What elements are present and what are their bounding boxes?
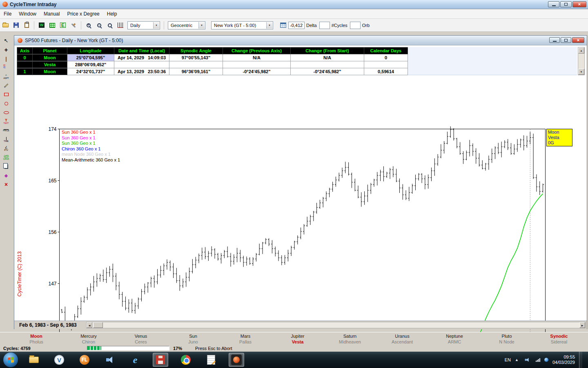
ptv-tool[interactable]: ∠PTV [1,144,11,153]
price-level-tool[interactable]: PRICE [1,126,11,135]
restore-button[interactable] [560,1,572,7]
child-restore-button[interactable] [561,37,571,43]
open-button[interactable] [0,20,10,30]
titlebar: CycleTimer Intraday × [0,0,588,9]
cell-axis[interactable]: 1 [17,68,33,75]
gann-fan-tool[interactable]: GANN [1,153,11,162]
cell-synodic: 96°36'09,161" [169,68,223,75]
cell-change-prev [223,61,291,68]
tray-bluetooth-icon[interactable] [544,358,548,362]
taskbar-explorer[interactable] [26,353,42,367]
language-indicator[interactable]: EN [505,357,511,362]
child-close-button[interactable]: × [572,37,584,43]
scroll-up-button[interactable]: ▲ [578,47,584,54]
planet-col-sun[interactable]: SunJuno [167,332,219,345]
close-button[interactable]: × [572,1,586,7]
media-player-icon: V [54,355,64,365]
scroll-down-button[interactable]: ▼ [578,69,584,75]
orb-input[interactable] [350,22,361,29]
location-dropdown[interactable]: New York (GT - 5:00) ▼ [211,21,273,29]
cell-axis[interactable] [17,61,33,68]
coord-system-dropdown[interactable]: Geocentric ▼ [168,21,205,29]
vertical-line-tool[interactable]: | [1,54,11,63]
aspect-tool[interactable]: ^ASPT [1,72,11,81]
tray-clock[interactable]: 09:55 04/03/2029 [552,355,575,365]
zoom-in-button[interactable] [84,20,94,30]
table-scrollbar[interactable]: ▲ ▼ [578,47,585,75]
calendar-button[interactable] [278,20,288,30]
crosshair-tool[interactable]: + [1,45,11,54]
planet-col-neptune[interactable]: NeptuneARMC [428,332,481,345]
paste-button[interactable] [22,20,31,30]
pencil-tool[interactable] [1,81,11,90]
chart-horizontal-scrollbar[interactable]: ◀ ▶ [86,322,586,328]
diamond-tool[interactable]: ◆ [1,171,11,180]
planet-col-synodic[interactable]: SynodicSidereal [533,332,585,345]
child-minimize-button[interactable] [549,37,560,43]
taskbar-audio-studio[interactable]: FL [77,353,92,367]
planet-col-uranus[interactable]: UranusAscendant [376,332,428,345]
taskbar-save-session[interactable] [153,353,168,367]
cell-longitude[interactable]: 24°32'01,737" [67,68,114,75]
taskbar-chrome[interactable] [178,353,194,367]
scroll-left-button[interactable]: ◀ [87,322,92,328]
rectangle-tool[interactable] [1,90,11,99]
planet-col-moon[interactable]: MoonPholus [10,332,62,345]
copy-tool[interactable] [1,162,11,171]
planet-col-pluto[interactable]: PlutoN Node [481,332,533,345]
cell-planet[interactable]: Moon [33,68,67,75]
price-bars-button[interactable] [116,20,125,30]
start-button[interactable] [3,352,18,367]
cell-planet[interactable]: Vesta [33,61,67,68]
menu-file[interactable]: File [0,10,15,18]
overlay-line: Vesta [548,135,571,140]
tray-volume-icon[interactable] [524,357,530,362]
text-tool[interactable]: TTEXT [1,117,11,126]
zoom-out-button[interactable] [94,20,104,30]
delta-input[interactable] [288,22,305,29]
svg-text:165: 165 [48,178,56,184]
zoom-area-button[interactable] [105,20,115,30]
taskbar-volume-mixer[interactable] [102,353,118,367]
export-excel-button[interactable]: E [58,20,68,30]
cell-planet[interactable]: Moon [33,54,67,61]
taskbar-internet-explorer[interactable]: e [127,353,143,367]
scrollbar-thumb[interactable] [93,322,103,328]
cell-longitude[interactable]: 25°07'04,595" [67,54,114,61]
planet-col-mars[interactable]: MarsPallas [219,332,272,345]
planet-col-mercury[interactable]: MercuryChiron [62,332,115,345]
data-grid-button[interactable] [47,20,57,30]
planet-col-saturn[interactable]: SaturnMidheaven [324,332,376,345]
tray-network-icon[interactable] [536,358,540,362]
menu-help[interactable]: Help [103,10,121,18]
circle-tool[interactable] [1,99,11,108]
tray-expand-icon[interactable]: ▲ [515,358,519,362]
show-desktop-button[interactable] [579,352,582,368]
tools-button[interactable] [69,20,78,30]
chart-canvas[interactable]: 174165156147138MarAprMayJunJulAugSep Sun… [14,75,587,321]
cell-axis[interactable]: 0 [17,54,33,61]
minimize-button[interactable] [548,1,559,7]
ellipse-tool[interactable] [1,108,11,117]
time-line-tool[interactable]: TIME [1,135,11,144]
delete-tool[interactable]: × [1,180,11,189]
menu-price-x-degree[interactable]: Price x Degree [63,10,103,18]
timeframe-dropdown[interactable]: Daily ▼ [127,21,160,29]
ellipse-icon [4,111,9,114]
scroll-right-button[interactable]: ▶ [579,322,585,328]
pointer-tool[interactable]: ↖ [1,36,11,45]
cycle-waves-tool[interactable]: ≈≈ [1,63,11,72]
quote-board-button[interactable]: W [37,20,47,30]
taskbar-score-editor[interactable] [203,353,219,367]
menu-manual[interactable]: Manual [40,10,63,18]
menu-window[interactable]: Window [15,10,40,18]
price-chart[interactable]: 174165156147138MarAprMayJunJulAugSep [45,126,548,345]
planet-col-jupiter[interactable]: JupiterVesta [272,332,324,345]
planet-col-venus[interactable]: VenusCeres [115,332,167,345]
cycles-input[interactable] [319,22,330,29]
save-button[interactable] [11,20,21,30]
taskbar-media-player[interactable]: V [51,353,67,367]
cell-longitude[interactable]: 288°06'09,452" [67,61,114,68]
cell-datetime: Apr 13, 2029 23:50:36 [114,68,169,75]
taskbar-cycletimer[interactable] [229,353,244,367]
